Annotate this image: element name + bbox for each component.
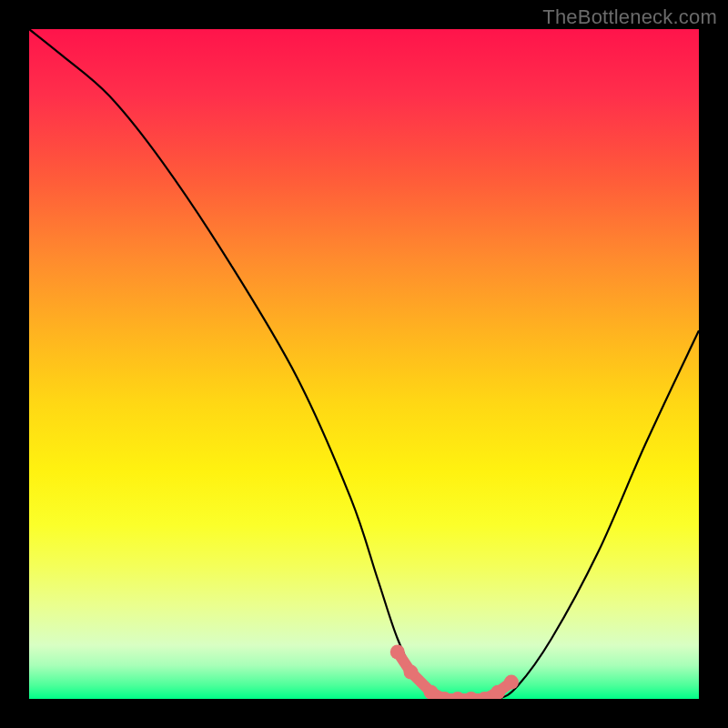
optimal-range-marker bbox=[464, 692, 479, 699]
optimal-range-marker bbox=[504, 675, 519, 690]
optimal-range-marker bbox=[390, 644, 405, 659]
optimal-range-marker bbox=[404, 665, 419, 680]
watermark-text: TheBottleneck.com bbox=[542, 5, 717, 29]
chart-frame: TheBottleneck.com bbox=[0, 0, 728, 728]
optimal-range-marker bbox=[424, 685, 439, 699]
optimal-range-marker bbox=[490, 685, 505, 699]
curve-layer bbox=[29, 29, 699, 699]
bottleneck-curve bbox=[29, 29, 699, 699]
plot-area bbox=[29, 29, 699, 699]
optimal-range-marker bbox=[450, 692, 465, 699]
